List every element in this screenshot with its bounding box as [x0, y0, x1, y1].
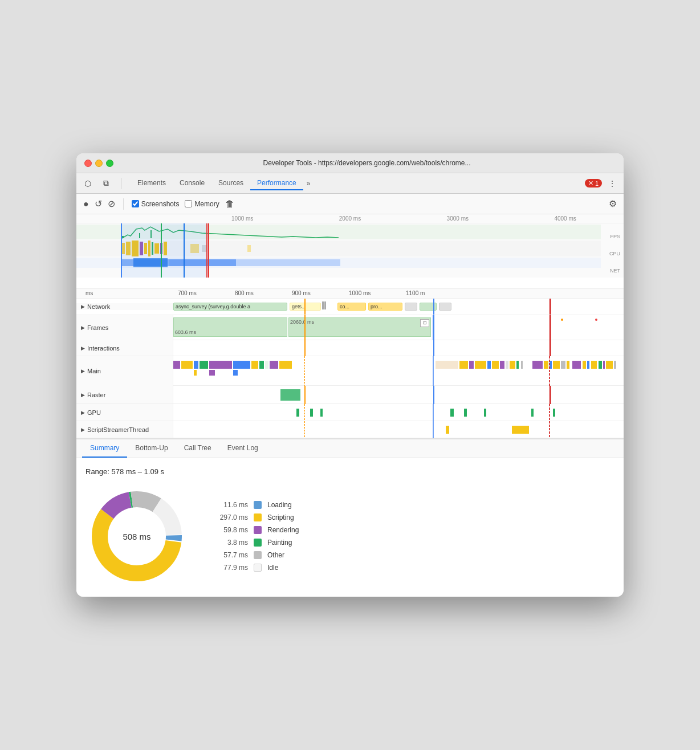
tab-elements[interactable]: Elements	[131, 177, 173, 190]
svg-rect-59	[233, 370, 238, 376]
settings-icon[interactable]: ⚙	[609, 198, 617, 209]
frames-blue-line	[433, 315, 434, 340]
tab-event-log[interactable]: Event Log	[219, 439, 266, 458]
frame-block-1[interactable]: 2060.0 ms ⊡	[288, 317, 431, 337]
gpu-row: ▶ GPU	[76, 404, 624, 421]
ts-4000: 4000 ms	[511, 215, 619, 222]
clear-button[interactable]: ⊘	[108, 198, 115, 209]
svg-rect-33	[459, 361, 468, 369]
selection-region[interactable]	[121, 223, 209, 278]
minimize-button[interactable]	[95, 160, 103, 167]
legend-rendering: 59.8 ms Rendering	[211, 526, 299, 534]
net-bar-6[interactable]	[439, 303, 451, 311]
net-bar-5[interactable]	[420, 303, 437, 311]
script-streamer-arrow: ▶	[81, 427, 85, 433]
tab-performance[interactable]: Performance	[250, 177, 303, 190]
svg-rect-24	[200, 361, 208, 369]
tab-summary[interactable]: Summary	[82, 439, 127, 458]
svg-rect-21	[173, 361, 180, 369]
svg-rect-16	[247, 245, 251, 252]
network-text: Network	[87, 303, 110, 310]
legend-painting: 3.8 ms Painting	[211, 539, 299, 547]
gpu-label[interactable]: ▶ GPU	[76, 404, 173, 421]
legend-loading: 11.6 ms Loading	[211, 501, 299, 509]
ts-1000: 1000 ms	[189, 215, 296, 222]
separator-2	[123, 198, 124, 210]
net-bar-0-label: async_survey (survey.g.double a	[176, 304, 250, 309]
settings-button[interactable]: ⚙	[609, 198, 617, 209]
vline-red-raster	[550, 386, 551, 404]
green-marker	[161, 223, 162, 278]
close-button[interactable]	[84, 160, 92, 167]
svg-rect-53	[599, 361, 602, 369]
interactions-content	[173, 340, 624, 356]
tab-bar: ⬡ ⧉ Elements Console Sources Performance…	[76, 173, 624, 194]
svg-rect-37	[492, 361, 499, 369]
vline-red-int	[550, 340, 551, 356]
net-bar-0[interactable]: async_survey (survey.g.double a	[173, 303, 287, 311]
raster-arrow: ▶	[81, 392, 85, 398]
memory-checkbox[interactable]: Memory	[185, 200, 219, 208]
frame-block-0[interactable]: 603.6 ms	[173, 317, 287, 337]
svg-rect-29	[265, 361, 268, 369]
main-label[interactable]: ▶ Main	[76, 356, 173, 386]
raster-label[interactable]: ▶ Raster	[76, 386, 173, 403]
svg-rect-46	[553, 361, 560, 369]
svg-rect-66	[450, 409, 454, 417]
net-bar-3-label: pro...	[371, 304, 382, 309]
net-bar-2[interactable]: co...	[337, 303, 366, 311]
script-streamer-row: ▶ ScriptStreamerThread	[76, 421, 624, 438]
cursor-icon[interactable]: ⬡	[82, 178, 93, 189]
net-bar-3[interactable]: pro...	[368, 303, 402, 311]
script-streamer-text: ScriptStreamerThread	[87, 426, 149, 433]
main-svg	[173, 356, 624, 386]
legend-scripting-value: 297.0 ms	[211, 513, 248, 521]
legend-painting-label: Painting	[267, 539, 292, 547]
maximize-button[interactable]	[106, 160, 113, 167]
legend-idle: 77.9 ms Idle	[211, 564, 299, 572]
tab-console[interactable]: Console	[173, 177, 211, 190]
more-tabs-button[interactable]: »	[303, 177, 314, 190]
raster-block-1[interactable]	[280, 389, 300, 401]
net-bar-1[interactable]: gets...	[290, 303, 321, 311]
network-label[interactable]: ▶ Network	[76, 303, 173, 310]
interactions-label[interactable]: ▶ Interactions	[76, 340, 173, 356]
svg-rect-70	[553, 409, 555, 417]
screenshots-checkbox[interactable]: Screenshots	[132, 200, 180, 208]
separator-1	[121, 178, 121, 189]
main-tabs: Elements Console Sources Performance »	[131, 177, 314, 190]
record-button[interactable]: ●	[83, 199, 89, 209]
inspect-icon[interactable]: ⧉	[100, 178, 112, 189]
tl-ts-ms: ms	[81, 290, 178, 296]
network-row: ▶ Network async_survey (survey.g.double …	[76, 299, 624, 315]
legend-loading-value: 11.6 ms	[211, 501, 248, 509]
svg-rect-44	[544, 361, 548, 369]
error-badge[interactable]: ✕ 1	[585, 179, 602, 188]
script-streamer-label[interactable]: ▶ ScriptStreamerThread	[76, 421, 173, 438]
vline-red-network	[550, 299, 551, 315]
frames-red-dot	[595, 319, 597, 321]
tl-ts-1000: 1000 ms	[349, 290, 406, 296]
error-icon: ✕	[588, 180, 593, 187]
more-options-icon[interactable]: ⋮	[607, 178, 618, 189]
svg-rect-68	[484, 409, 486, 417]
main-text: Main	[87, 368, 101, 374]
delete-button[interactable]: 🗑	[225, 199, 234, 209]
donut-chart: 508 ms	[86, 485, 188, 588]
network-arrow: ▶	[81, 304, 85, 309]
tab-call-tree[interactable]: Call Tree	[176, 439, 219, 458]
svg-rect-22	[181, 361, 193, 369]
overview-chart[interactable]: FPS CPU NET	[76, 223, 624, 278]
reload-button[interactable]: ↺	[95, 198, 102, 209]
tl-ts-900: 900 ms	[292, 290, 349, 296]
frames-label[interactable]: ▶ Frames	[76, 315, 173, 340]
svg-rect-54	[603, 361, 605, 369]
svg-rect-58	[209, 370, 215, 376]
raster-row: ▶ Raster	[76, 386, 624, 404]
legend: 11.6 ms Loading 297.0 ms Scripting 59.8 …	[211, 501, 299, 572]
rendering-swatch	[254, 526, 262, 534]
tab-sources[interactable]: Sources	[211, 177, 250, 190]
ts-3000: 3000 ms	[404, 215, 511, 222]
net-bar-4[interactable]	[405, 303, 417, 311]
tab-bottom-up[interactable]: Bottom-Up	[127, 439, 176, 458]
